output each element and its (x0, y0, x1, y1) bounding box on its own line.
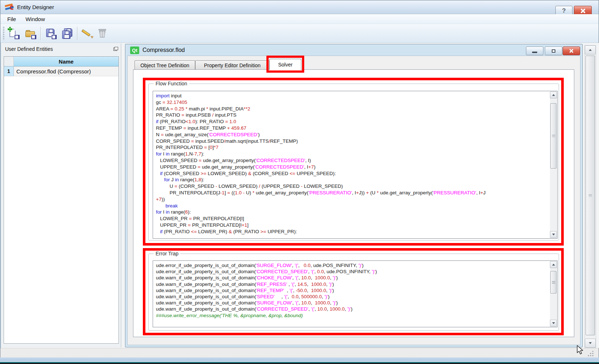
thumb-grip-icon (589, 194, 592, 197)
flow-function-label: Flow Function (154, 81, 189, 86)
edit-entity-button[interactable] (80, 27, 93, 40)
child-restore-button[interactable] (545, 46, 562, 55)
flow-function-editor[interactable]: import inputgc = 32.17405AREA = 0.25 * m… (153, 91, 558, 239)
qt-icon: Qt (130, 46, 139, 54)
scroll-up-button[interactable] (550, 261, 557, 268)
arrow-up-icon (552, 94, 555, 96)
toolbar-separator (40, 27, 41, 40)
thumb-grip-icon (552, 281, 555, 284)
toolbar (0, 24, 599, 43)
trash-icon (97, 28, 108, 39)
save-all-icon (62, 28, 73, 39)
dock-float-icon[interactable] (113, 47, 118, 51)
tab-property-editor-definition[interactable]: Property Editor Definition (195, 60, 269, 70)
entity-designer-window: Entity Designer ? File Window User De (0, 0, 599, 364)
resize-grip[interactable] (586, 351, 594, 357)
flow-editor-scrollbar[interactable] (550, 92, 557, 238)
pencil-icon (81, 28, 92, 39)
scroll-up-button[interactable] (585, 45, 596, 54)
entity-name-cell[interactable]: Compressor.flod (Compressor) (14, 66, 118, 76)
open-folder-icon (25, 28, 36, 39)
child-title-bar[interactable]: Qt Compressor.flod (127, 46, 580, 56)
scroll-thumb[interactable] (550, 103, 556, 169)
scroll-up-button[interactable] (550, 92, 557, 98)
scroll-thumb[interactable] (586, 56, 595, 335)
open-entity-button[interactable] (24, 27, 37, 40)
menu-bar: File Window (0, 14, 599, 24)
restore-icon (552, 49, 555, 53)
dock-panel-title: User Defined Entities (5, 46, 53, 52)
save-icon (45, 28, 56, 39)
toolbar-drag-handle[interactable] (3, 27, 4, 40)
scroll-down-button[interactable] (550, 320, 557, 327)
flow-function-code[interactable]: import inputgc = 32.17405AREA = 0.25 * m… (156, 93, 548, 238)
child-window-title: Compressor.flod (142, 47, 185, 53)
arrow-down-icon (589, 342, 592, 344)
toolbar-separator (77, 27, 77, 40)
thumb-grip-icon (552, 135, 555, 137)
save-entity-button[interactable] (44, 27, 58, 40)
close-icon (580, 8, 586, 13)
arrow-up-icon (552, 264, 555, 266)
child-minimize-button[interactable] (526, 46, 543, 55)
scroll-down-button[interactable] (585, 339, 596, 348)
row-number: 1 (4, 66, 14, 76)
arrow-up-icon (589, 49, 592, 51)
error-editor-scrollbar[interactable] (550, 261, 557, 327)
entities-table: Name 1 Compressor.flod (Compressor) (4, 56, 119, 344)
save-all-button[interactable] (61, 27, 75, 40)
arrow-down-icon (552, 322, 555, 324)
child-close-button[interactable] (563, 46, 580, 55)
taskbar-edge (0, 357, 599, 361)
table-row[interactable]: 1 Compressor.flod (Compressor) (4, 66, 118, 76)
new-entity-button[interactable] (7, 27, 21, 40)
tab-object-tree-definition[interactable]: Object Tree Definition (134, 60, 195, 70)
minimize-icon (532, 52, 537, 53)
error-trap-code[interactable]: ude.error_if_ude_property_is_out_of_doma… (156, 262, 548, 326)
new-entity-icon (8, 28, 19, 39)
tab-solver[interactable]: Solver (269, 59, 301, 70)
app-logo-icon (5, 3, 14, 12)
column-header-name[interactable]: Name (14, 57, 118, 66)
help-icon: ? (562, 7, 566, 15)
scroll-thumb[interactable] (550, 271, 556, 294)
menu-window[interactable]: Window (21, 15, 49, 23)
mdi-scrollbar[interactable] (584, 45, 596, 348)
mouse-cursor (576, 345, 585, 355)
dock-splitter[interactable] (121, 44, 121, 347)
close-icon (569, 49, 574, 53)
row-number-stub (4, 57, 14, 66)
error-trap-label: Error Trap (154, 251, 180, 256)
delete-entity-button[interactable] (96, 27, 109, 40)
error-trap-editor[interactable]: ude.error_if_ude_property_is_out_of_doma… (153, 260, 558, 327)
menu-file[interactable]: File (3, 15, 21, 23)
window-title: Entity Designer (17, 4, 54, 10)
entities-table-header: Name (4, 57, 118, 66)
scroll-down-button[interactable] (550, 231, 557, 238)
arrow-down-icon (552, 234, 555, 235)
status-bar (0, 348, 599, 357)
title-bar: Entity Designer ? (0, 0, 599, 14)
